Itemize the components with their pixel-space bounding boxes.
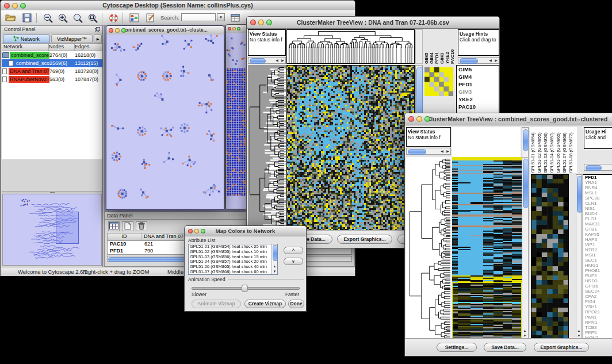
scrollbar-thumb[interactable] — [408, 149, 426, 155]
gene-label[interactable]: RNR4 — [583, 185, 612, 190]
gene-label[interactable]: ELG1 — [583, 216, 612, 221]
zoom-button[interactable] — [121, 28, 126, 33]
scrollbar-thumb[interactable] — [460, 58, 478, 64]
tv1-heatmap-canvas[interactable] — [286, 65, 415, 231]
tv2-subheatmap-canvas[interactable] — [531, 174, 569, 340]
column-header-network[interactable]: Network — [2, 44, 49, 51]
column-label[interactable]: GPL51-08 (GSM872) — [568, 127, 574, 173]
zoom-button[interactable] — [237, 27, 240, 30]
move-up-button[interactable]: ^ — [284, 247, 303, 254]
scrollbar-thumb[interactable] — [586, 165, 602, 171]
column-label[interactable]: PFD1 — [435, 29, 439, 64]
gene-label[interactable]: PEP5 — [583, 330, 612, 335]
column-label[interactable]: GIM5 — [424, 29, 429, 64]
treeview1-titlebar[interactable]: ClusterMaker TreeView : DNA and Tran 07-… — [247, 17, 499, 29]
minimize-button[interactable] — [115, 28, 120, 33]
scroll-right-icon[interactable]: ▶ — [280, 58, 285, 63]
column-label[interactable]: GPL51-04 (GSM857) — [549, 127, 555, 173]
birdseye-view[interactable] — [2, 194, 102, 266]
tv2-row-dendrogram-canvas[interactable] — [406, 157, 452, 340]
close-button[interactable] — [408, 116, 414, 122]
zoom-in-button[interactable] — [56, 12, 70, 24]
gene-label[interactable]: KAP95 — [583, 232, 612, 237]
gene-label[interactable]: PAN1 — [583, 315, 612, 320]
tv2-subheatmap-vscrollbar[interactable]: ▲ ▼ — [576, 174, 582, 340]
float-panel-icon[interactable] — [95, 27, 100, 32]
help-button[interactable] — [106, 12, 120, 24]
column-label[interactable]: GPL51-02 (GSM855) — [536, 127, 542, 173]
dialog-titlebar[interactable]: Map Colors to Network — [185, 226, 306, 236]
open-session-button[interactable] — [4, 12, 18, 24]
zoom-button[interactable] — [266, 20, 272, 25]
scroll-left-icon[interactable]: ◀ — [274, 58, 280, 63]
column-label[interactable]: GPL51-07 (GSM868) — [561, 127, 568, 173]
attribute-list-item[interactable]: GPL51-07 (GSM868) heat shock 60 min — [189, 270, 271, 275]
tv1-similarity-matrix-canvas[interactable] — [424, 67, 453, 96]
create-vizmap-button[interactable]: Create Vizmap — [244, 300, 286, 308]
treeview2-titlebar[interactable]: ClusterMaker TreeView : combined_scores_… — [405, 113, 612, 125]
gene-label[interactable]: PFD1 — [583, 175, 612, 180]
gene-label[interactable]: HAP3 — [583, 237, 612, 242]
new-attribute-button[interactable] — [122, 221, 133, 231]
gene-label[interactable]: VIP1 — [583, 242, 612, 247]
column-label[interactable]: GPL51-03 (GSM856) — [542, 127, 549, 173]
scroll-left-icon[interactable]: ◀ — [439, 149, 445, 154]
gene-label[interactable]: MAK31 — [583, 221, 612, 227]
close-button[interactable] — [109, 28, 113, 33]
speed-slider[interactable] — [192, 287, 300, 290]
close-button[interactable] — [250, 20, 256, 25]
scroll-up-icon[interactable]: ▲ — [272, 264, 277, 269]
attribute-list[interactable]: GPL51-01 (GSM854) heat shock 05 min GPL5… — [188, 244, 278, 275]
gene-label[interactable]: YKE2 — [457, 95, 499, 103]
gene-label[interactable]: TCB3 — [583, 325, 612, 330]
tv1-hints-scrollbar[interactable]: ◀ ▶ — [458, 57, 499, 64]
gene-label[interactable]: PUF3 — [583, 273, 612, 278]
scroll-right-icon[interactable]: ▶ — [445, 149, 450, 154]
tv2-gene-list-scrollbar[interactable]: ◀ ▶ — [584, 164, 612, 171]
scroll-left-icon[interactable]: ◀ — [488, 58, 493, 63]
gene-label[interactable]: NTR2 — [583, 247, 612, 252]
tv2-top-vscrollbar[interactable] — [522, 127, 529, 159]
scroll-up-icon[interactable]: ▲ — [522, 328, 527, 334]
network-canvas[interactable] — [106, 35, 224, 209]
annotation-button[interactable] — [143, 12, 157, 24]
minimize-button[interactable] — [232, 27, 236, 30]
scrollbar-thumb[interactable] — [250, 58, 266, 64]
scroll-right-icon[interactable]: ▶ — [494, 58, 499, 63]
minimize-button[interactable] — [194, 229, 199, 233]
search-results-button[interactable] — [228, 12, 242, 24]
tab-vizmapper[interactable]: VizMapper™ — [51, 35, 93, 43]
tv2-heatmap-canvas[interactable] — [452, 157, 522, 340]
overview-canvas[interactable] — [3, 194, 101, 265]
tv2-status-scrollbar[interactable]: ◀ ▶ — [406, 148, 451, 155]
network-table-row[interactable]: combined_sco 2569(6) 13112(15) — [2, 59, 102, 67]
tv1-status-scrollbar[interactable]: ◀ ▶ — [248, 57, 286, 64]
gene-label[interactable]: PFD1 — [457, 81, 499, 88]
zoom-button[interactable] — [424, 116, 430, 122]
zoom-button[interactable] — [201, 229, 205, 233]
close-button[interactable] — [4, 3, 10, 9]
gene-label[interactable]: SEC1 — [583, 258, 612, 263]
animate-vizmap-button[interactable]: Animate Vizmap — [192, 300, 241, 308]
done-button[interactable]: Done — [288, 300, 304, 308]
gene-label[interactable]: MSI1 — [583, 252, 612, 258]
column-label[interactable]: GPL51-06 (GSM865) — [555, 127, 561, 173]
scrollbar-thumb[interactable] — [273, 245, 278, 261]
tv2-heatmap-vscrollbar[interactable]: ▲ ▼ — [522, 157, 529, 340]
network-table-row[interactable]: combined_scores 2764(0) 16218(0) — [2, 51, 102, 59]
search-input[interactable] — [181, 13, 216, 21]
move-down-button[interactable]: v — [284, 258, 303, 265]
tab-overflow-button[interactable]: ▶ — [94, 35, 102, 43]
save-data-button[interactable]: Save Data... — [484, 343, 526, 352]
minimize-button[interactable] — [416, 116, 422, 122]
zoom-fit-button[interactable] — [71, 12, 85, 24]
tab-network[interactable]: Network — [3, 35, 50, 43]
main-titlebar[interactable]: Cytoscape Desktop (Session Name: collins… — [1, 1, 355, 11]
gene-label[interactable]: NIS1 — [583, 206, 612, 211]
slider-thumb[interactable] — [242, 285, 248, 292]
table-mode-button[interactable] — [108, 221, 120, 231]
search-dropdown-button[interactable]: ▼ — [217, 13, 225, 21]
gene-label[interactable]: GTB1 — [583, 227, 612, 232]
gene-label[interactable]: MSL1 — [583, 190, 612, 196]
tv2-top-dendrogram-area[interactable] — [452, 127, 521, 159]
